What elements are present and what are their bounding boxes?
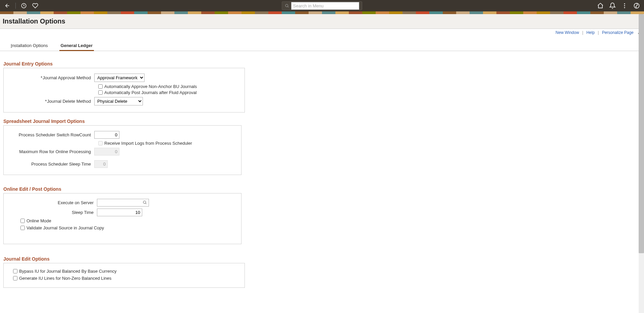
topbar xyxy=(0,0,644,11)
topbar-right xyxy=(597,2,640,9)
label-online-mode[interactable]: Online Mode xyxy=(26,218,51,223)
tab-general-ledger[interactable]: General Ledger xyxy=(59,41,94,51)
section-title-journal-edit: Journal Edit Options xyxy=(3,256,245,262)
section-title-journal-entry: Journal Entry Options xyxy=(3,61,245,66)
svg-point-3 xyxy=(624,5,625,6)
link-sep: | xyxy=(598,30,599,35)
label-auto-post-fluid[interactable]: Automatically Post Journals after Fluid … xyxy=(104,90,197,95)
input-execute-server[interactable] xyxy=(97,199,149,207)
select-approval-method[interactable]: Approval Framework xyxy=(94,74,145,82)
row-auto-approve-non-anchor: Automatically Approve Non-Anchor BU Jour… xyxy=(98,84,242,89)
checkbox-receive-logs xyxy=(98,141,103,145)
row-delete-method: *Journal Delete Method Physical Delete xyxy=(6,97,242,105)
page-links: New Window | Help | Personalize Page ▲ xyxy=(0,29,644,36)
tabs: Installation Options General Ledger xyxy=(0,41,644,51)
input-sleep-time-sched xyxy=(94,160,108,168)
row-generate-iu: Generate IU Lines for Non-Zero Balanced … xyxy=(13,276,242,281)
label-bypass-iu[interactable]: Bypass IU for Journal Balanced By Base C… xyxy=(19,269,116,274)
select-delete-method[interactable]: Physical Delete xyxy=(94,97,143,105)
input-max-row xyxy=(94,148,119,155)
row-execute-server: Execute on Server xyxy=(6,199,238,207)
personalize-link[interactable]: Personalize Page xyxy=(602,30,634,35)
row-sleep-time-sched: Process Scheduler Sleep Time xyxy=(6,160,238,168)
svg-point-6 xyxy=(143,201,146,204)
section-title-online-edit: Online Edit / Post Options xyxy=(3,186,245,192)
favorite-icon[interactable] xyxy=(32,2,39,9)
section-journal-entry: *Journal Approval Method Approval Framew… xyxy=(3,68,245,113)
content: Journal Entry Options *Journal Approval … xyxy=(0,51,248,292)
label-execute-server: Execute on Server xyxy=(6,200,97,205)
link-sep: | xyxy=(582,30,583,35)
label-switch-rowcount: Process Scheduler Switch RowCount xyxy=(6,132,94,137)
section-title-spreadsheet: Spreadsheet Journal Import Options xyxy=(3,119,245,124)
label-delete-method: *Journal Delete Method xyxy=(6,99,94,104)
checkbox-generate-iu[interactable] xyxy=(13,276,17,280)
checkbox-auto-approve-non-anchor[interactable] xyxy=(98,84,103,89)
page-title: Installation Options xyxy=(3,17,641,25)
lookup-execute-server xyxy=(97,199,149,207)
label-receive-logs: Receive Import Logs from Process Schedul… xyxy=(104,141,192,146)
svg-point-4 xyxy=(624,7,625,8)
checkbox-auto-post-fluid[interactable] xyxy=(98,90,103,95)
help-link[interactable]: Help xyxy=(586,30,595,35)
input-switch-rowcount[interactable] xyxy=(94,131,119,139)
actions-icon[interactable] xyxy=(621,2,628,9)
row-auto-post-fluid: Automatically Post Journals after Fluid … xyxy=(98,90,242,95)
row-sleep-time: Sleep Time xyxy=(6,209,238,216)
new-window-link[interactable]: New Window xyxy=(555,30,579,35)
row-max-row: Maximum Row for Online Processing xyxy=(6,148,238,155)
section-online-edit: Execute on Server Sleep Time Online Mode xyxy=(3,193,241,244)
section-spreadsheet: Process Scheduler Switch RowCount Receiv… xyxy=(3,125,241,175)
page-title-bar: Installation Options xyxy=(0,14,644,29)
search-icon xyxy=(285,3,289,8)
label-validate-source[interactable]: Validate Journal Source in Journal Copy xyxy=(26,225,104,230)
row-receive-logs: Receive Import Logs from Process Schedul… xyxy=(98,141,238,146)
banner-strip xyxy=(0,11,644,14)
search-box[interactable] xyxy=(282,1,362,10)
recent-icon[interactable] xyxy=(20,2,27,9)
input-sleep-time[interactable] xyxy=(97,209,142,216)
scrollbar[interactable] xyxy=(639,14,644,292)
section-journal-edit: Bypass IU for Journal Balanced By Base C… xyxy=(3,263,245,288)
tab-installation-options[interactable]: Installation Options xyxy=(9,41,49,51)
row-online-mode: Online Mode xyxy=(20,218,238,223)
home-icon[interactable] xyxy=(597,2,604,9)
label-generate-iu[interactable]: Generate IU Lines for Non-Zero Balanced … xyxy=(19,276,111,281)
back-icon[interactable] xyxy=(4,2,11,9)
topbar-left xyxy=(4,2,39,9)
lookup-icon[interactable] xyxy=(143,200,147,206)
row-switch-rowcount: Process Scheduler Switch RowCount xyxy=(6,131,238,139)
notifications-icon[interactable] xyxy=(609,2,616,9)
label-approval-method: *Journal Approval Method xyxy=(6,75,94,80)
row-validate-source: Validate Journal Source in Journal Copy xyxy=(20,225,238,230)
svg-point-1 xyxy=(285,4,288,7)
label-max-row: Maximum Row for Online Processing xyxy=(6,149,94,154)
checkbox-online-mode[interactable] xyxy=(20,219,25,223)
search-input[interactable] xyxy=(291,2,359,10)
label-auto-approve-non-anchor[interactable]: Automatically Approve Non-Anchor BU Jour… xyxy=(104,84,197,89)
svg-point-2 xyxy=(624,3,625,4)
scrollbar-thumb[interactable] xyxy=(639,14,644,253)
navbar-icon[interactable] xyxy=(633,2,640,9)
row-bypass-iu: Bypass IU for Journal Balanced By Base C… xyxy=(13,269,242,274)
row-approval-method: *Journal Approval Method Approval Framew… xyxy=(6,74,242,82)
checkbox-bypass-iu[interactable] xyxy=(13,269,17,273)
label-sleep-time: Sleep Time xyxy=(6,210,97,215)
checkbox-validate-source[interactable] xyxy=(20,226,25,230)
divider-icon xyxy=(15,3,16,9)
label-sleep-time-sched: Process Scheduler Sleep Time xyxy=(6,162,94,167)
